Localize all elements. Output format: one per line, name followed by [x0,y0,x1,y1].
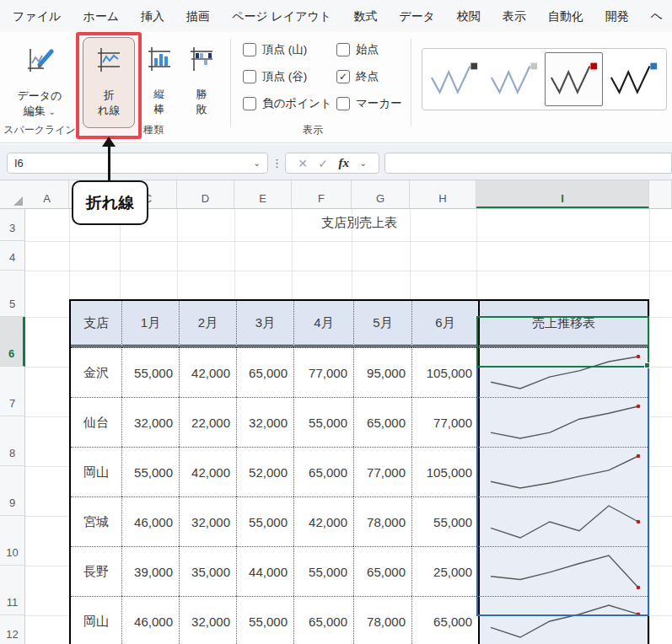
select-all-corner[interactable] [0,180,25,208]
value-cell[interactable]: 78,000 [353,596,411,644]
winloss-sparkline-button[interactable]: 勝 敗 [182,37,221,128]
value-cell[interactable]: 105,000 [411,347,478,397]
table-header-cell[interactable]: 4月 [293,301,353,347]
value-cell[interactable]: 32,000 [236,397,293,447]
value-cell[interactable]: 25,000 [411,546,478,596]
menu-tab[interactable]: ホーム [72,0,130,32]
edit-data-button[interactable]: データの 編集 ⌄ [8,37,71,128]
fx-chevron-icon[interactable]: ⌄ [359,158,366,168]
table-header-cell[interactable]: 1月 [121,301,179,347]
checked-checkbox-icon[interactable]: ✓ [336,70,350,83]
unchecked-checkbox-icon[interactable] [336,43,350,56]
value-cell[interactable]: 55,000 [236,596,293,644]
fx-icon[interactable]: fx [338,156,349,170]
sparkline-style-item-style-accent-dark-point[interactable] [425,52,483,106]
name-box[interactable]: I6 ⌄ [7,153,268,174]
value-cell[interactable]: 95,000 [353,347,411,397]
value-cell[interactable]: 52,000 [236,447,293,496]
sheet-title-cell[interactable]: 支店別売上表 [69,215,649,231]
menu-tab[interactable]: データ [388,0,446,32]
table-header-cell[interactable]: 3月 [236,301,293,347]
column-header-D[interactable]: D [177,180,234,208]
row-header-4[interactable]: 4 [0,241,25,271]
sparkline-style-item-style-accent-light-point[interactable] [485,52,543,106]
unchecked-checkbox-icon[interactable] [243,43,256,56]
row-header-10[interactable]: 10 [0,516,25,566]
menu-tab[interactable]: ファイル [2,0,72,32]
column-header-I[interactable]: I [476,180,649,208]
menu-tab[interactable]: 自動化 [537,0,594,32]
menu-tab[interactable]: ヘ [640,0,672,32]
value-cell[interactable]: 77,000 [293,347,353,397]
unchecked-checkbox-icon[interactable] [243,70,256,83]
show-option-3[interactable]: 負のポイント [243,96,332,111]
show-option-1[interactable]: 頂点 (山) [243,42,307,57]
value-cell[interactable]: 77,000 [411,397,478,447]
branch-cell[interactable]: 長野 [71,546,121,596]
value-cell[interactable]: 42,000 [293,496,353,546]
value-cell[interactable]: 42,000 [179,347,236,397]
sparkline-cell[interactable] [478,496,648,546]
value-cell[interactable]: 42,000 [179,447,236,496]
menu-tab[interactable]: 表示 [492,0,537,32]
show-option-6[interactable]: マーカー [336,96,402,111]
row-header-11[interactable]: 11 [0,566,25,615]
value-cell[interactable]: 32,000 [121,397,179,447]
value-cell[interactable]: 65,000 [293,447,353,496]
unchecked-checkbox-icon[interactable] [336,97,350,110]
line-sparkline-button[interactable]: 折 れ線 [83,37,135,128]
value-cell[interactable]: 55,000 [411,496,478,546]
value-cell[interactable]: 105,000 [411,447,478,496]
show-option-5[interactable]: ✓終点 [336,69,379,84]
enter-icon[interactable]: ✓ [318,157,328,170]
show-option-2[interactable]: 頂点 (谷) [243,69,307,84]
sparkline-style-item-style-black-blue-point[interactable] [605,52,663,106]
value-cell[interactable]: 55,000 [236,496,293,546]
row-header-3[interactable]: 3 [0,209,25,241]
show-option-4[interactable]: 始点 [336,42,379,57]
table-header-cell[interactable]: 2月 [179,301,236,347]
value-cell[interactable]: 65,000 [353,546,411,596]
row-header-8[interactable]: 8 [0,416,25,466]
row-header-6[interactable]: 6 [0,317,25,367]
sparkline-cell[interactable] [478,347,648,397]
value-cell[interactable]: 46,000 [121,596,179,644]
menu-tab[interactable]: 開発 [594,0,640,32]
row-header-7[interactable]: 7 [0,367,25,416]
row-header-12[interactable]: 12 [0,615,25,644]
table-header-cell[interactable]: 売上推移表 [478,301,648,347]
sparkline-cell[interactable] [478,596,648,644]
branch-cell[interactable]: 岡山 [71,447,121,496]
fill-handle[interactable] [644,362,650,368]
value-cell[interactable]: 65,000 [293,596,353,644]
more-dots-icon[interactable]: ⋮ [271,153,282,174]
column-header-H[interactable]: H [410,180,476,208]
value-cell[interactable]: 55,000 [293,546,353,596]
value-cell[interactable]: 55,000 [293,397,353,447]
menu-tab[interactable]: 描画 [175,0,221,32]
menu-tab[interactable]: 挿入 [130,0,175,32]
value-cell[interactable]: 46,000 [121,496,179,546]
value-cell[interactable]: 65,000 [353,397,411,447]
table-header-cell[interactable]: 6月 [411,301,478,347]
cancel-icon[interactable]: ✕ [298,157,308,170]
sparkline-cell[interactable] [478,546,648,596]
value-cell[interactable]: 39,000 [121,546,179,596]
column-header-F[interactable]: F [292,180,352,208]
value-cell[interactable]: 32,000 [179,596,236,644]
value-cell[interactable]: 65,000 [411,596,478,644]
column-header[interactable] [649,180,672,208]
menu-tab[interactable]: ページ レイアウト [221,0,342,32]
formula-input[interactable] [384,153,672,174]
value-cell[interactable]: 32,000 [179,496,236,546]
column-header-A[interactable]: A [25,180,69,208]
value-cell[interactable]: 77,000 [353,447,411,496]
column-sparkline-button[interactable]: 縦 棒 [140,37,179,128]
branch-cell[interactable]: 仙台 [71,397,121,447]
menu-tab[interactable]: 校閲 [446,0,492,32]
sparkline-style-item-style-dark-red-point[interactable] [545,52,603,106]
value-cell[interactable]: 55,000 [121,347,179,397]
value-cell[interactable]: 78,000 [353,496,411,546]
branch-cell[interactable]: 岡山 [71,596,121,644]
row-header-9[interactable]: 9 [0,466,25,516]
